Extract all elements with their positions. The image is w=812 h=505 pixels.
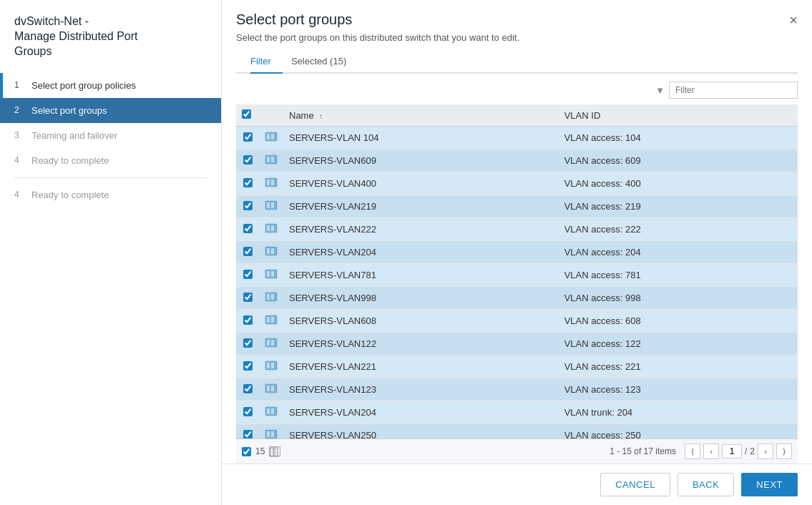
row-vlan: VLAN access: 219 [559, 195, 798, 218]
row-checkbox[interactable] [243, 247, 253, 256]
svg-rect-19 [267, 271, 270, 277]
filter-icon: ▼ [655, 85, 665, 96]
step-4a[interactable]: 4 Ready to complete [0, 148, 221, 173]
tab-selected[interactable]: Selected (15) [291, 50, 358, 74]
step-3[interactable]: 3 Teaming and failover [0, 123, 221, 148]
svg-rect-41 [271, 431, 274, 437]
svg-rect-11 [271, 202, 274, 208]
total-pages: 2 [750, 446, 755, 456]
step-1[interactable]: 1 Select port group policies [0, 73, 221, 98]
svg-rect-32 [271, 363, 274, 368]
footer-count: 15 [255, 446, 265, 456]
table-row: SERVERS-VLAN998VLAN access: 998 [236, 287, 798, 310]
step-4b[interactable]: 4 Ready to complete [0, 182, 221, 207]
table-row: SERVERS-VLAN204VLAN access: 204 [236, 241, 798, 264]
svg-rect-14 [271, 225, 274, 231]
steps-list: 1 Select port group policies 2 Select po… [0, 73, 221, 207]
row-checkbox[interactable] [243, 361, 253, 371]
select-all-checkbox[interactable] [242, 109, 251, 119]
port-group-icon [265, 314, 278, 325]
port-group-icon [265, 245, 278, 257]
row-checkbox[interactable] [243, 430, 253, 439]
step-4b-label: Ready to complete [31, 190, 109, 200]
row-icon-cell [259, 287, 283, 310]
svg-rect-26 [271, 317, 274, 323]
row-vlan: VLAN access: 998 [559, 287, 798, 310]
port-group-icon [265, 154, 278, 165]
modal-footer: CANCEL BACK NEXT [222, 464, 812, 505]
row-name: SERVERS-VLAN222 [283, 218, 559, 241]
row-icon-cell [259, 378, 283, 401]
table-scroll: Name ↑ VLAN ID SERVERS-VLAN 104VLAN acce… [236, 104, 798, 438]
row-name: SERVERS-VLAN 104 [283, 127, 559, 149]
step-4a-num: 4 [14, 155, 26, 165]
header-name[interactable]: Name ↑ [283, 104, 559, 127]
row-checkbox[interactable] [243, 384, 253, 393]
svg-rect-23 [271, 294, 274, 300]
row-icon-cell [259, 424, 283, 439]
row-name: SERVERS-VLAN204 [283, 241, 559, 264]
port-group-icon [265, 177, 278, 188]
row-name: SERVERS-VLAN122 [283, 333, 559, 356]
svg-rect-17 [271, 248, 274, 254]
svg-rect-35 [271, 386, 274, 391]
port-group-icon [265, 222, 278, 234]
back-button[interactable]: BACK [678, 473, 734, 496]
table-row: SERVERS-VLAN250VLAN access: 250 [236, 424, 798, 439]
svg-rect-34 [267, 386, 270, 391]
row-checkbox[interactable] [243, 178, 253, 187]
table-row: SERVERS-VLAN122VLAN access: 122 [236, 333, 798, 356]
port-group-icon [265, 406, 278, 417]
svg-rect-16 [267, 248, 270, 254]
columns-icon[interactable] [269, 446, 280, 456]
row-icon-cell [259, 310, 283, 333]
port-group-icon [265, 360, 278, 371]
pagination: 1 - 15 of 17 items ⟨ ‹ / 2 › ⟩ [604, 443, 798, 459]
header-vlan: VLAN ID [559, 104, 798, 127]
footer-checkbox[interactable] [242, 447, 251, 456]
port-groups-table: Name ↑ VLAN ID SERVERS-VLAN 104VLAN acce… [236, 104, 798, 438]
last-page-btn[interactable]: ⟩ [776, 443, 792, 459]
page-num-input[interactable] [722, 444, 742, 459]
row-checkbox[interactable] [243, 224, 253, 233]
tab-bar: Filter Selected (15) [236, 50, 798, 74]
next-page-btn[interactable]: › [758, 443, 773, 459]
table-footer: 15 1 - 15 of 17 items ⟨ ‹ / 2 › [236, 438, 798, 464]
row-vlan: VLAN access: 221 [559, 356, 798, 378]
svg-rect-22 [267, 294, 270, 300]
tab-filter[interactable]: Filter [250, 50, 283, 74]
step-4a-label: Ready to complete [31, 155, 109, 166]
dialog-header: Select port groups × Select the port gro… [222, 0, 812, 74]
row-checkbox[interactable] [243, 338, 253, 348]
left-panel: dvSwitch-Net - Manage Distributed Port G… [0, 0, 222, 505]
row-checkbox[interactable] [243, 201, 253, 210]
row-checkbox[interactable] [243, 315, 253, 325]
page-info: 1 - 15 of 17 items [610, 446, 676, 456]
step-2[interactable]: 2 Select port groups [0, 98, 221, 123]
close-button[interactable]: × [789, 13, 798, 27]
first-page-btn[interactable]: ⟨ [685, 443, 700, 459]
row-name: SERVERS-VLAN609 [283, 149, 559, 172]
next-button[interactable]: NEXT [741, 473, 798, 496]
row-vlan: VLAN access: 608 [559, 310, 798, 333]
port-group-icon [265, 337, 278, 348]
filter-input[interactable] [669, 82, 798, 99]
row-checkbox[interactable] [243, 155, 253, 165]
prev-page-btn[interactable]: ‹ [703, 443, 719, 459]
svg-rect-38 [271, 408, 274, 414]
table-row: SERVERS-VLAN781VLAN access: 781 [236, 264, 798, 287]
svg-rect-10 [267, 202, 270, 208]
row-checkbox[interactable] [243, 407, 253, 416]
page-sep: / [745, 446, 747, 456]
row-checkbox[interactable] [243, 293, 253, 302]
dialog-title-row: Select port groups × [236, 11, 798, 28]
table-row: SERVERS-VLAN204VLAN trunk: 204 [236, 401, 798, 424]
row-checkbox[interactable] [243, 132, 253, 142]
row-vlan: VLAN access: 222 [559, 218, 798, 241]
svg-rect-7 [267, 180, 270, 185]
row-vlan: VLAN access: 400 [559, 172, 798, 195]
cancel-button[interactable]: CANCEL [600, 473, 670, 496]
row-checkbox[interactable] [243, 270, 253, 279]
row-vlan: VLAN access: 250 [559, 424, 798, 439]
sort-arrow-name: ↑ [319, 112, 323, 120]
